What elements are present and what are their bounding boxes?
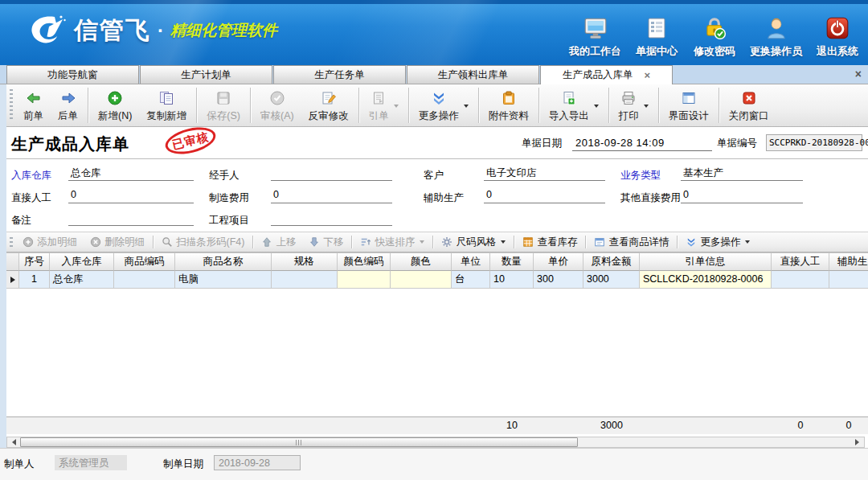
tab-label: 生产领料出库单	[438, 68, 509, 82]
power-icon	[825, 14, 850, 42]
top-banner: 信管飞 · 精细化管理软件 我的工作台	[0, 0, 868, 65]
grid-header-cell: 颜色	[391, 253, 452, 271]
toolbar-grip[interactable]	[10, 237, 13, 247]
ui-design-button[interactable]: 界面设计	[661, 84, 716, 126]
scrollbar-thumb[interactable]	[20, 437, 578, 447]
size-style-button[interactable]: 尺码风格	[435, 232, 512, 252]
customer-field[interactable]: 电子文印店	[484, 166, 605, 181]
doc-date-field[interactable]: 2018-09-28 14:09	[572, 135, 712, 151]
cell-product-name[interactable]: 电脑	[175, 271, 272, 289]
delete-row-button[interactable]: 删除明细	[84, 232, 151, 252]
move-down-button[interactable]: 下移	[302, 232, 350, 252]
summary-cell	[338, 417, 391, 434]
my-workbench-button[interactable]: 我的工作台	[569, 14, 621, 59]
tab-production-material-out[interactable]: 生产领料出库单	[407, 65, 539, 84]
quick-sort-button[interactable]: 快速排序	[354, 232, 431, 252]
switch-operator-button[interactable]: 更换操作员	[750, 14, 802, 59]
cell-direct-labor[interactable]	[772, 271, 829, 289]
check-circle-icon	[269, 88, 285, 108]
manufacturing-cost-field[interactable]: 0	[271, 188, 392, 203]
pull-order-button[interactable]: 引单	[362, 84, 406, 126]
summary-cell	[19, 417, 50, 434]
cell-product-code[interactable]	[114, 271, 175, 289]
main-toolbar: 前单 后单 新增(N) 复制新增 保存(S) 审核(A) 反审修改	[6, 84, 868, 127]
cell-ref-info[interactable]: SCLLCKD-20180928-0006	[640, 271, 772, 289]
thumb-grip-icon	[296, 440, 302, 445]
action-label: 修改密码	[694, 44, 735, 59]
horizontal-scrollbar[interactable]	[6, 437, 865, 448]
copy-new-button[interactable]: 复制新增	[139, 84, 194, 126]
document-center-button[interactable]: 单据中心	[634, 14, 679, 59]
row-indicator[interactable]	[6, 271, 19, 289]
add-row-button[interactable]: 添加明细	[16, 232, 84, 252]
remark-field[interactable]	[68, 211, 194, 226]
next-doc-button[interactable]: 后单	[51, 84, 85, 126]
more-actions-button[interactable]: 更多操作	[411, 84, 476, 126]
scan-barcode-button[interactable]: 扫描条形码(F4)	[155, 232, 251, 252]
toolbar-separator	[358, 88, 359, 123]
view-stock-button[interactable]: 查看库存	[516, 232, 583, 252]
scroll-right-button[interactable]	[852, 437, 864, 447]
cell-seq[interactable]: 1	[19, 271, 50, 289]
grid-corner-cell	[6, 253, 19, 271]
cell-price[interactable]: 300	[534, 271, 583, 289]
toolbar-grip[interactable]	[10, 89, 13, 121]
remark-label: 备注	[11, 214, 31, 228]
creator-label: 制单人	[4, 457, 35, 471]
stock-grid-icon	[522, 236, 534, 248]
auxiliary-production-field[interactable]: 0	[484, 188, 605, 203]
grid-row: 1 总仓库 电脑 台 10 300 3000 SCLLCKD-20180928-…	[6, 271, 868, 289]
cell-material-amount[interactable]: 3000	[583, 271, 640, 289]
view-product-detail-button[interactable]: 查看商品详情	[588, 232, 675, 252]
cell-warehouse[interactable]: 总仓库	[50, 271, 114, 289]
summary-cell	[272, 417, 338, 434]
tab-production-finished-in[interactable]: 生产成品入库单 ×	[540, 65, 673, 84]
exit-system-button[interactable]: 退出系统	[815, 14, 860, 59]
save-button[interactable]: 保存(S)	[199, 84, 248, 126]
other-direct-cost-field[interactable]: 0	[681, 188, 803, 203]
direct-labor-field[interactable]: 0	[68, 188, 194, 203]
cell-qty[interactable]: 10	[490, 271, 534, 289]
grid-header-cell: 单位	[452, 253, 490, 271]
cell-spec[interactable]	[272, 271, 338, 289]
prev-doc-button[interactable]: 前单	[16, 84, 51, 126]
cell-color-code[interactable]	[338, 271, 391, 289]
cell-unit[interactable]: 台	[452, 271, 490, 289]
tab-production-plan[interactable]: 生产计划单	[140, 65, 272, 84]
warehouse-field[interactable]: 总仓库	[68, 166, 194, 181]
business-type-field[interactable]: 基本生产	[681, 166, 803, 181]
arrow-right-icon	[855, 439, 862, 445]
handler-field[interactable]	[271, 166, 392, 181]
app-name: 信管飞	[74, 14, 151, 47]
toolbar-separator	[585, 236, 586, 248]
business-type-label[interactable]: 业务类型	[620, 169, 661, 183]
arrow-up-icon	[261, 236, 272, 248]
warehouse-label[interactable]: 入库仓库	[11, 169, 51, 183]
tab-close-icon[interactable]: ×	[644, 70, 650, 80]
cell-color[interactable]	[391, 271, 452, 289]
tab-label: 生产任务单	[314, 68, 365, 82]
unaudit-modify-button[interactable]: 反审修改	[301, 84, 356, 126]
print-button[interactable]: 打印	[612, 84, 656, 126]
import-export-icon	[561, 88, 577, 108]
project-field[interactable]	[271, 211, 392, 226]
tabstrip-close-icon[interactable]: ×	[855, 68, 862, 80]
audit-button[interactable]: 审核(A)	[253, 84, 301, 126]
tab-nav-window[interactable]: 功能导航窗	[6, 65, 139, 84]
more-actions-detail-button[interactable]: 更多操作	[679, 232, 756, 252]
close-window-button[interactable]: 关闭窗口	[722, 84, 776, 126]
handler-label: 经手人	[209, 169, 240, 183]
cell-auxiliary[interactable]	[829, 271, 868, 289]
import-export-button[interactable]: 导入导出	[542, 84, 606, 126]
attachments-button[interactable]: 附件资料	[481, 84, 536, 126]
auxiliary-production-label: 辅助生产	[424, 191, 464, 205]
move-up-button[interactable]: 上移	[255, 232, 302, 252]
change-password-button[interactable]: 修改密码	[692, 14, 737, 59]
new-button[interactable]: 新增(N)	[91, 84, 139, 126]
scrollbar-track[interactable]	[19, 437, 852, 447]
toolbar-separator	[196, 88, 197, 123]
scroll-left-button[interactable]	[7, 437, 19, 447]
tab-production-task[interactable]: 生产任务单	[273, 65, 406, 84]
doc-date-label: 单据日期	[522, 137, 562, 150]
create-date-field: 2018-09-28	[214, 455, 301, 470]
